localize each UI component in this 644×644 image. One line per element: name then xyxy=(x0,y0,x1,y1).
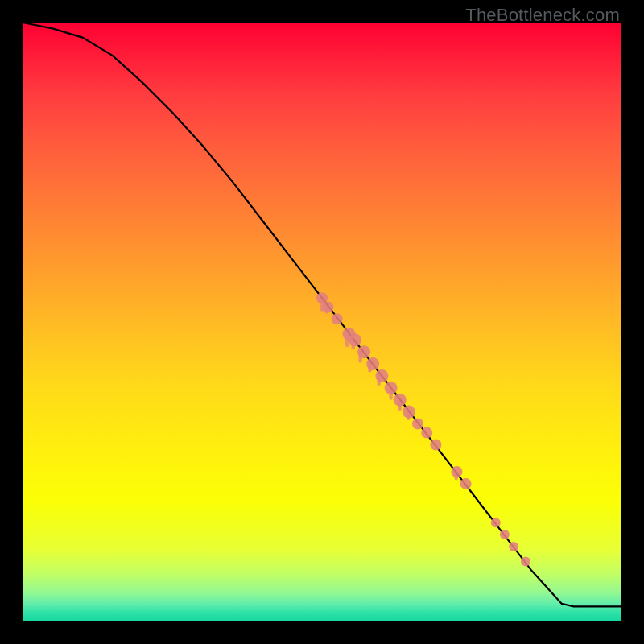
chart-point xyxy=(521,557,530,567)
chart-point xyxy=(509,542,518,551)
chart-point xyxy=(322,301,333,312)
chart-stage: TheBottleneck.com xyxy=(0,0,644,644)
chart-point xyxy=(332,313,343,324)
plot-area xyxy=(23,23,621,621)
chart-overlay xyxy=(23,23,621,621)
chart-point xyxy=(421,427,432,439)
chart-point xyxy=(375,369,388,382)
chart-line xyxy=(23,23,621,606)
chart-point xyxy=(412,419,423,430)
chart-point xyxy=(430,440,441,451)
chart-point xyxy=(460,478,472,489)
chart-point xyxy=(402,406,415,419)
chart-point xyxy=(491,518,501,527)
chart-point xyxy=(349,333,361,346)
watermark-text: TheBottleneck.com xyxy=(465,5,620,26)
chart-point xyxy=(385,382,398,394)
chart-point xyxy=(394,394,407,407)
chart-point xyxy=(451,466,462,477)
chart-point xyxy=(500,530,510,539)
chart-point xyxy=(357,345,370,358)
chart-points-group xyxy=(316,292,530,566)
chart-point xyxy=(366,357,379,370)
